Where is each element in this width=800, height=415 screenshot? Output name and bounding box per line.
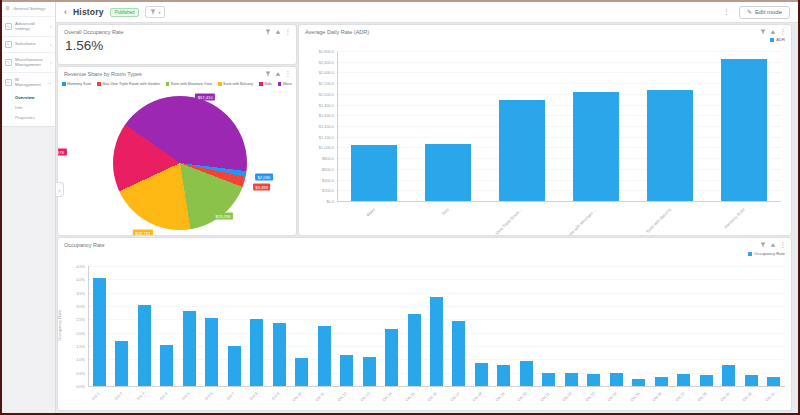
gridline xyxy=(337,180,781,181)
x-tick-label: Harmony Suite xyxy=(723,207,746,230)
bar[interactable] xyxy=(497,365,510,386)
sidebar-collapse-tab[interactable]: ‹ xyxy=(56,182,64,197)
bar[interactable] xyxy=(295,358,308,386)
x-tick-label: Suite with Balcony xyxy=(645,207,672,234)
bar[interactable] xyxy=(655,377,668,386)
filter-button[interactable]: ▾ xyxy=(145,6,165,18)
bar[interactable] xyxy=(452,321,465,386)
bar[interactable] xyxy=(363,357,376,386)
y-tick-label: 2.5% xyxy=(58,317,85,322)
gridline xyxy=(337,137,781,138)
kebab-icon[interactable]: ⋮ xyxy=(285,71,292,78)
pencil-icon: ✎ xyxy=(5,59,12,66)
bar[interactable] xyxy=(565,373,578,386)
x-tick-label: Oct 1 xyxy=(91,392,100,401)
bar[interactable] xyxy=(385,329,398,386)
card-toolbar: ⋮ xyxy=(265,71,292,78)
bar[interactable] xyxy=(722,365,735,386)
export-icon[interactable] xyxy=(275,71,281,77)
bar[interactable] xyxy=(745,375,758,386)
sidebar-item-miscellaneous-management[interactable]: ✎ Miscellaneous Management › xyxy=(2,53,55,73)
bar[interactable] xyxy=(700,375,713,386)
bar[interactable] xyxy=(587,374,600,386)
chevron-right-icon: › xyxy=(50,23,52,29)
pie-slice-label: $2,090 xyxy=(255,174,273,181)
bar[interactable] xyxy=(475,363,488,386)
bar[interactable] xyxy=(115,341,128,386)
y-tick-label: $1,600.0 xyxy=(299,113,334,118)
bar[interactable] xyxy=(721,59,767,201)
x-tick-label: Oct 4 xyxy=(159,392,168,401)
x-tick-label: Oct 25 xyxy=(630,392,641,403)
y-tick-label: 4.5% xyxy=(58,264,85,269)
legend-item[interactable]: Solo xyxy=(259,82,271,86)
y-tick-label: $600.0 xyxy=(299,167,334,172)
bar[interactable] xyxy=(160,345,173,386)
gridline xyxy=(337,126,781,127)
bar[interactable] xyxy=(542,373,555,386)
bar[interactable] xyxy=(340,355,353,386)
y-tick-label: 0.5% xyxy=(58,371,85,376)
gridline xyxy=(337,72,781,73)
bar[interactable] xyxy=(520,361,533,386)
bar[interactable] xyxy=(273,323,286,386)
export-icon[interactable] xyxy=(275,29,281,35)
bar[interactable] xyxy=(318,326,331,386)
sidebar-subitem-properties[interactable]: Properties xyxy=(2,113,55,123)
legend-item[interactable]: Sea View Triple Room with Garden xyxy=(97,82,159,86)
sidebar-item-bi-management[interactable]: ✎ BI Management ⌄ xyxy=(2,73,55,92)
x-tick-label: Oct 8 xyxy=(249,392,258,401)
pencil-icon: ✎ xyxy=(5,41,12,48)
bar[interactable] xyxy=(610,373,623,386)
kebab-icon[interactable]: ⋮ xyxy=(720,8,733,16)
bar[interactable] xyxy=(430,297,443,386)
y-tick-label: $2,800.0 xyxy=(299,49,334,54)
edit-mode-button[interactable]: ✎ Edit mode xyxy=(739,6,790,19)
pie-circle[interactable] xyxy=(113,96,247,230)
bar[interactable] xyxy=(408,314,421,386)
y-tick-label: 4.0% xyxy=(58,277,85,282)
bar[interactable] xyxy=(351,145,397,201)
legend-item[interactable]: Suite with Mountain View xyxy=(166,82,212,86)
funnel-icon[interactable] xyxy=(265,71,271,77)
bar[interactable] xyxy=(228,346,241,386)
chevron-down-icon: ⌄ xyxy=(48,79,52,85)
bar[interactable] xyxy=(647,90,693,201)
bar[interactable] xyxy=(250,319,263,386)
x-tick-label: Solo xyxy=(440,207,449,216)
sidebar-menu: ⚙ General Settings ✎ Advanced settings ›… xyxy=(2,2,55,127)
x-tick-label: Oct 22 xyxy=(562,392,573,403)
x-tick-label: Oct 9 xyxy=(271,392,280,401)
bar[interactable] xyxy=(573,92,619,201)
y-tick-label: $2,400.0 xyxy=(299,70,334,75)
sidebar-subitem-overview[interactable]: Overview xyxy=(2,93,55,103)
x-tick-label: Oct 19 xyxy=(495,392,506,403)
bar[interactable] xyxy=(205,318,218,386)
legend-item[interactable]: Wave xyxy=(278,82,292,86)
x-tick-label: Oct 26 xyxy=(652,392,663,403)
bar[interactable] xyxy=(632,379,645,386)
back-icon[interactable]: ‹ xyxy=(64,8,67,17)
funnel-icon[interactable] xyxy=(265,29,271,35)
bar[interactable] xyxy=(767,377,780,386)
x-tick-label: Oct 24 xyxy=(607,392,618,403)
sidebar-item-salesforce[interactable]: ✎ Salesforce › xyxy=(2,37,55,53)
bar[interactable] xyxy=(499,100,545,201)
bar[interactable] xyxy=(183,311,196,386)
legend-item[interactable]: Harmony Suite xyxy=(62,82,91,86)
bar[interactable] xyxy=(425,144,471,201)
gridline xyxy=(337,94,781,95)
x-tick-label: Oct 17 xyxy=(450,392,461,403)
legend-label: Solo xyxy=(264,82,271,86)
bar[interactable] xyxy=(93,278,106,386)
pie-chart: $57,410$2,090$3,498$23,294$28,712$25,876 xyxy=(58,89,296,235)
bar[interactable] xyxy=(138,305,151,386)
bar[interactable] xyxy=(677,374,690,386)
x-tick-label: Oct 20 xyxy=(517,392,528,403)
kebab-icon[interactable]: ⋮ xyxy=(285,29,292,36)
legend-item[interactable]: Suite with Balcony xyxy=(218,82,253,86)
sidebar-item-general-settings[interactable]: ⚙ General Settings xyxy=(2,2,55,17)
sidebar-subitem-info[interactable]: Info xyxy=(2,103,55,113)
sidebar-item-advanced-settings[interactable]: ✎ Advanced settings › xyxy=(2,17,55,37)
gridline xyxy=(337,105,781,106)
